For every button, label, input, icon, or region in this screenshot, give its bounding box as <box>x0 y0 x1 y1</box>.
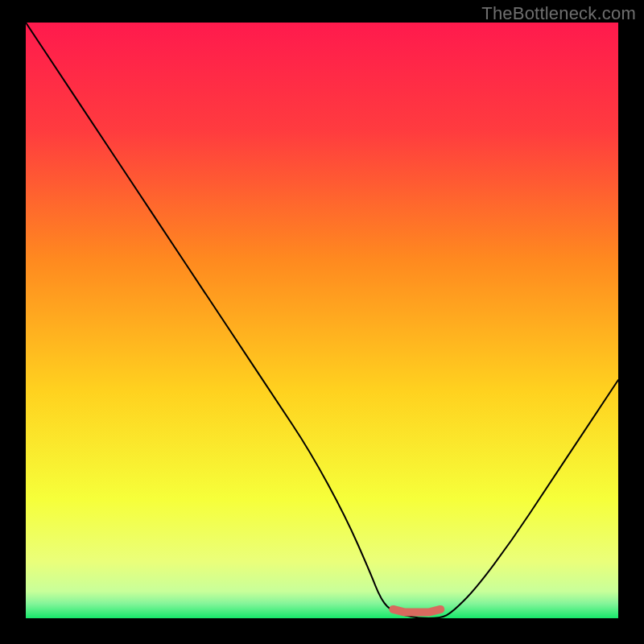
bottleneck-curve <box>26 23 618 618</box>
watermark-text: TheBottleneck.com <box>481 3 636 24</box>
optimal-range-marker <box>393 609 440 613</box>
optimal-range-path <box>393 609 440 613</box>
chart-frame: TheBottleneck.com <box>0 0 644 644</box>
curve-layer <box>26 23 618 618</box>
plot-area <box>26 23 618 618</box>
